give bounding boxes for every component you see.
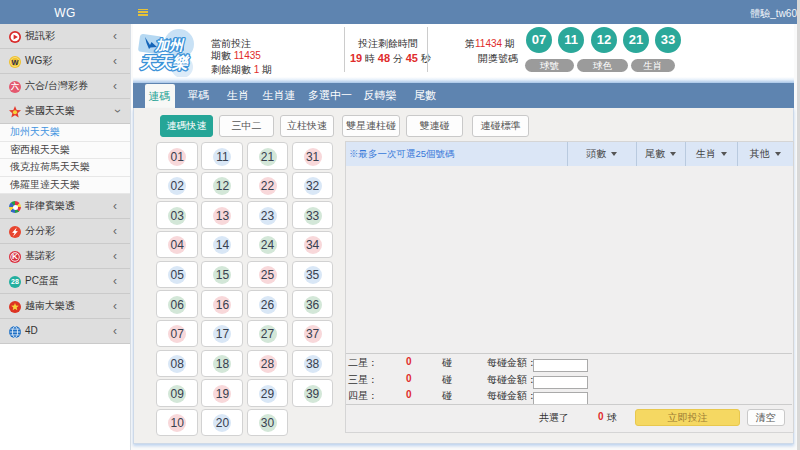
svg-text:W: W — [12, 57, 19, 66]
svg-text:加州: 加州 — [154, 37, 185, 53]
svg-text:天天樂: 天天樂 — [139, 54, 190, 71]
